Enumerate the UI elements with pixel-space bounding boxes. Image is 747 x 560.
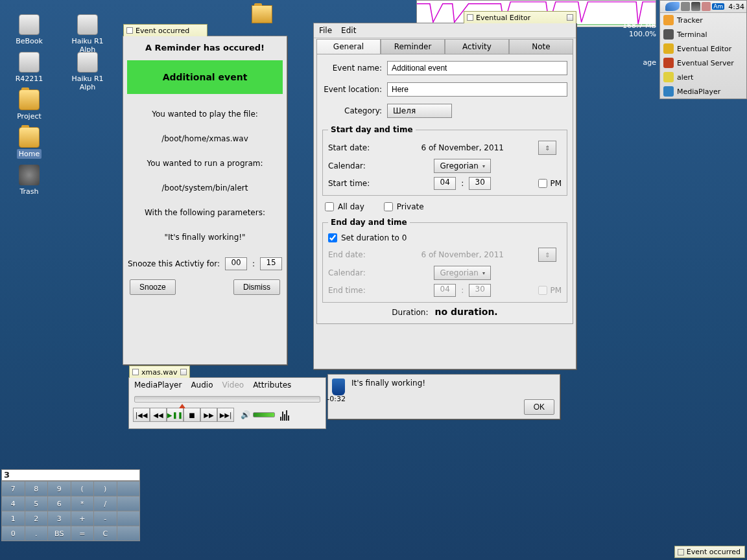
tab-note[interactable]: Note xyxy=(509,39,573,54)
alert-ok-button[interactable]: OK xyxy=(524,399,554,415)
window-event-occurred: Event occurred A Reminder has occured! A… xyxy=(123,36,287,365)
tray-icon-3[interactable] xyxy=(702,2,711,11)
reminder-file-path: /boot/home/xmas.wav xyxy=(126,134,284,143)
calc-key-9[interactable]: 9 xyxy=(48,482,71,496)
calc-key-7[interactable]: 7 xyxy=(2,482,25,496)
snooze-minutes[interactable]: 15 xyxy=(260,257,282,270)
start-pm-checkbox[interactable] xyxy=(538,179,547,188)
tray-icon-2[interactable] xyxy=(691,2,700,11)
tab-activity[interactable]: Activity xyxy=(445,39,509,54)
category-dropdown[interactable]: Шеля xyxy=(387,104,452,118)
skip-back-button[interactable]: |◀◀ xyxy=(133,408,150,422)
zoom-icon[interactable] xyxy=(180,369,187,375)
close-icon[interactable] xyxy=(132,369,139,375)
editor-menu-bar: File Edit xyxy=(314,23,576,38)
speaker-icon[interactable]: 🔊 xyxy=(241,410,250,419)
calc-key-0[interactable]: 0 xyxy=(2,526,25,541)
reminder-banner: Additional event xyxy=(127,60,283,94)
skip-fwd-button[interactable]: ▶▶| xyxy=(217,408,234,422)
deskbar-app-eventual-server[interactable]: Eventual Server xyxy=(660,56,746,70)
mp-menu-mediaplayer[interactable]: MediaPlayer xyxy=(134,380,182,390)
start-date-label: Start date: xyxy=(328,143,386,152)
menu-edit[interactable]: Edit xyxy=(341,26,356,35)
taskbar-label: Event occurred xyxy=(687,548,741,556)
mp-menu-attributes[interactable]: Attributes xyxy=(253,380,291,390)
titlebar-eventual-editor[interactable]: Eventual Editor xyxy=(464,11,576,23)
folder-icon-loose[interactable] xyxy=(252,5,272,23)
calc-key-2[interactable]: 2 xyxy=(25,511,48,526)
desk-icon-trash[interactable]: Trash xyxy=(6,163,52,196)
tray-icon-1[interactable] xyxy=(681,2,690,11)
calc-key-C[interactable]: C xyxy=(94,526,117,541)
snooze-hours[interactable]: 00 xyxy=(225,257,247,270)
calc-key-/[interactable]: / xyxy=(94,496,117,511)
calc-key-1[interactable]: 1 xyxy=(2,511,25,526)
calc-key-8[interactable]: 8 xyxy=(25,482,48,496)
desk-icon-bebook[interactable]: BeBook xyxy=(6,13,52,46)
desk-icon-home[interactable]: Home xyxy=(6,126,52,159)
start-calendar-label: Calendar: xyxy=(328,161,386,170)
titlebar-event-occurred[interactable]: Event occurred xyxy=(123,24,208,36)
start-date-picker-button[interactable]: ⇕ xyxy=(538,141,556,155)
stop-button[interactable]: ■ xyxy=(184,408,200,422)
end-date-picker-button: ⇕ xyxy=(538,248,556,262)
mp-menu-audio[interactable]: Audio xyxy=(191,380,213,390)
play-pause-button[interactable]: ▶❚❚ xyxy=(167,408,184,422)
calc-key-5[interactable]: 5 xyxy=(25,496,48,511)
titlebar-mediaplayer[interactable]: xmas.wav xyxy=(129,366,190,378)
deskbar-app-alert[interactable]: alert xyxy=(660,70,746,84)
tab-general[interactable]: General xyxy=(316,39,381,54)
calc-key-=[interactable]: = xyxy=(71,526,94,541)
deskbar-app-terminal[interactable]: Terminal xyxy=(660,27,746,41)
end-date-value: 6 of November, 2011 xyxy=(393,250,532,259)
calc-key-*[interactable]: * xyxy=(71,496,94,511)
dismiss-button[interactable]: Dismiss xyxy=(233,279,280,295)
menu-file[interactable]: File xyxy=(319,26,332,35)
snooze-button[interactable]: Snooze xyxy=(130,279,176,295)
calc-key-([interactable]: ( xyxy=(71,482,94,496)
calc-key-)[interactable]: ) xyxy=(94,482,117,496)
rewind-button[interactable]: ◀◀ xyxy=(150,408,167,422)
end-calendar-dropdown: Gregorian▾ xyxy=(434,266,491,280)
calc-key-4[interactable]: 4 xyxy=(2,496,25,511)
clock[interactable]: 4:34 xyxy=(728,3,744,11)
calc-key-6[interactable]: 6 xyxy=(48,496,71,511)
seek-bar[interactable]: -0:32 xyxy=(134,396,320,402)
start-calendar-dropdown[interactable]: Gregorian▾ xyxy=(434,159,491,173)
private-checkbox[interactable] xyxy=(384,202,393,211)
calc-key--[interactable]: - xyxy=(94,511,117,526)
set-duration-zero-checkbox[interactable] xyxy=(328,233,337,242)
deskbar-app-tracker[interactable]: Tracker xyxy=(660,13,746,27)
desk-icon-r42211[interactable]: R42211 xyxy=(6,51,52,84)
close-icon[interactable] xyxy=(678,549,684,555)
deskbar-app-mediaplayer[interactable]: MediaPlayer xyxy=(660,84,746,99)
desk-icon-project[interactable]: Project xyxy=(6,88,52,121)
tab-reminder[interactable]: Reminder xyxy=(381,39,445,54)
calc-key-3[interactable]: 3 xyxy=(48,511,71,526)
deskbar-app-eventual-editor[interactable]: Eventual Editor xyxy=(660,41,746,56)
desk-icon-haiku2[interactable]: Haiku R1 Alph xyxy=(65,51,110,92)
event-name-field[interactable] xyxy=(387,61,567,75)
calc-display[interactable]: 3 xyxy=(1,469,140,481)
calc-key-.[interactable]: . xyxy=(25,526,48,541)
all-day-checkbox[interactable] xyxy=(325,202,334,211)
seek-position-icon[interactable] xyxy=(179,404,185,408)
start-hour[interactable]: 04 xyxy=(434,177,456,190)
close-icon[interactable] xyxy=(126,27,133,34)
snooze-label: Snooze this Activtiy for: xyxy=(128,259,220,268)
event-location-field[interactable] xyxy=(387,82,567,97)
close-icon[interactable] xyxy=(467,14,473,21)
calc-key-+[interactable]: + xyxy=(71,511,94,526)
leaf-menu-icon[interactable] xyxy=(665,2,680,11)
volume-slider[interactable] xyxy=(253,412,275,417)
taskbar-button[interactable]: Event occurred xyxy=(674,546,745,558)
desk-icon-haiku1[interactable]: Haiku R1 Alph xyxy=(65,13,110,54)
end-day-time-group: End day and time Set duration to 0 End d… xyxy=(322,218,567,303)
calc-key-BS[interactable]: BS xyxy=(48,526,71,541)
mp-menu-video: Video xyxy=(222,380,244,390)
forward-button[interactable]: ▶▶ xyxy=(200,408,217,422)
zoom-icon[interactable] xyxy=(567,14,573,21)
keyboard-indicator[interactable]: Am xyxy=(712,3,724,10)
start-minute[interactable]: 30 xyxy=(469,177,491,190)
start-time-label: Start time: xyxy=(328,179,386,188)
